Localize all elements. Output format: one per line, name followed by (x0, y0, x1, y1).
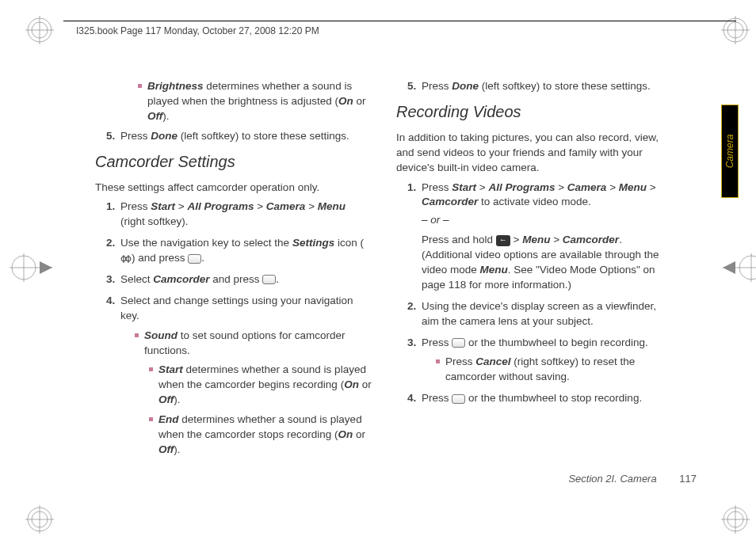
ok-key-icon (452, 394, 465, 404)
rec-step-3: 3. Press or the thumbwheel to begin reco… (407, 336, 674, 386)
end-item: End determines whether a sound is played… (149, 413, 372, 458)
cam-step-2: 2. Use the navigation key to select the … (106, 236, 372, 266)
book-crop-info: I325.book Page 117 Monday, October 27, 2… (76, 25, 319, 36)
brightness-label: Brightness (147, 80, 204, 92)
right-step-5: 5. Press Done (left softkey) to store th… (407, 79, 674, 94)
right-column: 5. Press Done (left softkey) to store th… (396, 79, 674, 499)
page-footer: Section 2I. Camera 117 (568, 473, 697, 485)
page-content: Brightness determines whether a sound is… (95, 79, 697, 499)
footer-page-number: 117 (679, 473, 697, 485)
camcorder-intro: These settings affect camcorder operatio… (95, 181, 372, 196)
footer-section: Section 2I. Camera (568, 473, 656, 485)
recording-videos-heading: Recording Videos (396, 101, 674, 123)
header-rule (63, 21, 736, 21)
cam-step-1: 1. Press Start > All Programs > Camera >… (106, 200, 372, 230)
camcorder-settings-heading: Camcorder Settings (95, 150, 372, 173)
svg-marker-19 (40, 261, 52, 274)
cropmark-tl (25, 16, 54, 44)
ok-key-icon (262, 275, 276, 284)
cropmark-ml (10, 253, 52, 282)
start-item: Start determines whether a sound is play… (149, 363, 372, 408)
section-tab-label: Camera (724, 135, 735, 169)
settings-icon (120, 253, 132, 264)
recording-intro: In addition to taking pictures, you can … (396, 131, 674, 176)
rec-step-2: 2. Using the device's display screen as … (407, 299, 674, 329)
rec-step-4: 4. Press or the thumbwheel to stop recor… (407, 391, 674, 406)
cam-step-3: 3. Select Camcorder and press . (106, 272, 372, 287)
section-tab: Camera (721, 105, 739, 198)
sound-item: Sound to set sound options for camcorder… (135, 329, 372, 359)
cancel-item: Press Cancel (right softkey) to reset th… (436, 355, 674, 385)
rec-step-1: 1. Press Start > All Programs > Camera >… (407, 181, 674, 293)
cropmark-mr (723, 253, 756, 282)
back-key-icon (496, 235, 510, 246)
cropmark-br (721, 505, 750, 534)
left-step-5: 5. Press Done (left softkey) to store th… (106, 129, 372, 144)
cam-step-4: 4. Select and change settings using your… (106, 294, 372, 458)
cropmark-bl (25, 505, 54, 534)
ok-key-icon (452, 338, 465, 348)
ok-key-icon (188, 254, 201, 264)
left-column: Brightness determines whether a sound is… (95, 79, 372, 499)
svg-marker-23 (723, 261, 735, 274)
or-separator: – or – (422, 213, 674, 228)
brightness-item: Brightness determines whether a sound is… (138, 79, 372, 124)
